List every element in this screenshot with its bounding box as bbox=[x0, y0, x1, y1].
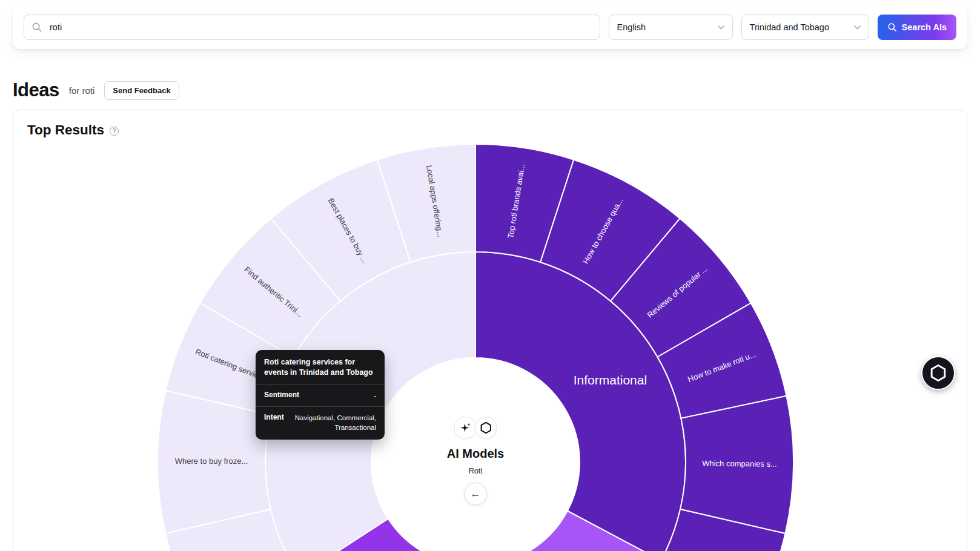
country-select[interactable]: Trinidad and Tobago bbox=[741, 15, 869, 40]
tooltip-title: Roti catering services for events in Tri… bbox=[264, 357, 376, 378]
panel-header: Top Results ? bbox=[13, 110, 967, 150]
help-icon[interactable]: ? bbox=[110, 127, 119, 136]
country-select-value: Trinidad and Tobago bbox=[750, 22, 829, 32]
search-icon bbox=[31, 22, 42, 33]
page-subtitle: for roti bbox=[69, 85, 95, 96]
chevron-down-icon bbox=[854, 25, 861, 30]
sunburst-category-label: Informational bbox=[574, 373, 647, 387]
sparkle-ai-icon[interactable] bbox=[454, 417, 476, 439]
search-ais-button-label: Search AIs bbox=[902, 22, 947, 32]
ai-model-icons bbox=[454, 417, 497, 439]
ideas-header: Ideas for roti Send Feedback bbox=[13, 79, 967, 101]
tooltip-intent-row: Intent Navigational, Commercial, Transac… bbox=[264, 413, 376, 432]
sunburst-segment-label: Which companies s... bbox=[702, 459, 777, 469]
center-keyword: Roti bbox=[468, 466, 482, 475]
top-results-panel: Top Results ? Top roti brands avai...How… bbox=[13, 110, 967, 551]
send-feedback-button[interactable]: Send Feedback bbox=[104, 81, 179, 100]
language-select[interactable]: English bbox=[609, 15, 733, 40]
sunburst-segment-label: Where to buy froze... bbox=[175, 457, 248, 466]
tooltip-intent-label: Intent bbox=[264, 413, 284, 421]
openai-icon bbox=[929, 364, 947, 382]
segment-tooltip: Roti catering services for events in Tri… bbox=[256, 350, 385, 440]
tooltip-sentiment-value: - bbox=[374, 391, 376, 400]
tooltip-intent-value: Navigational, Commercial, Transactional bbox=[290, 413, 376, 432]
tooltip-sentiment-row: Sentiment - bbox=[264, 391, 376, 400]
back-arrow-icon: ← bbox=[470, 488, 480, 500]
topbar: English Trinidad and Tobago Search AIs bbox=[13, 5, 967, 49]
chevron-down-icon bbox=[718, 25, 724, 30]
panel-title: Top Results bbox=[27, 122, 104, 138]
search-input[interactable] bbox=[48, 22, 592, 33]
language-select-value: English bbox=[617, 22, 646, 32]
back-button[interactable]: ← bbox=[464, 483, 486, 505]
search-ais-button[interactable]: Search AIs bbox=[878, 15, 956, 40]
chart-center: AI Models Roti ← bbox=[447, 417, 504, 505]
search-input-container[interactable] bbox=[24, 15, 600, 40]
page-title: Ideas bbox=[13, 79, 59, 101]
openai-chat-fab[interactable] bbox=[921, 356, 955, 390]
tooltip-sentiment-label: Sentiment bbox=[264, 391, 299, 399]
openai-icon[interactable] bbox=[474, 417, 497, 439]
center-title: AI Models bbox=[447, 447, 504, 461]
search-icon bbox=[887, 22, 897, 32]
